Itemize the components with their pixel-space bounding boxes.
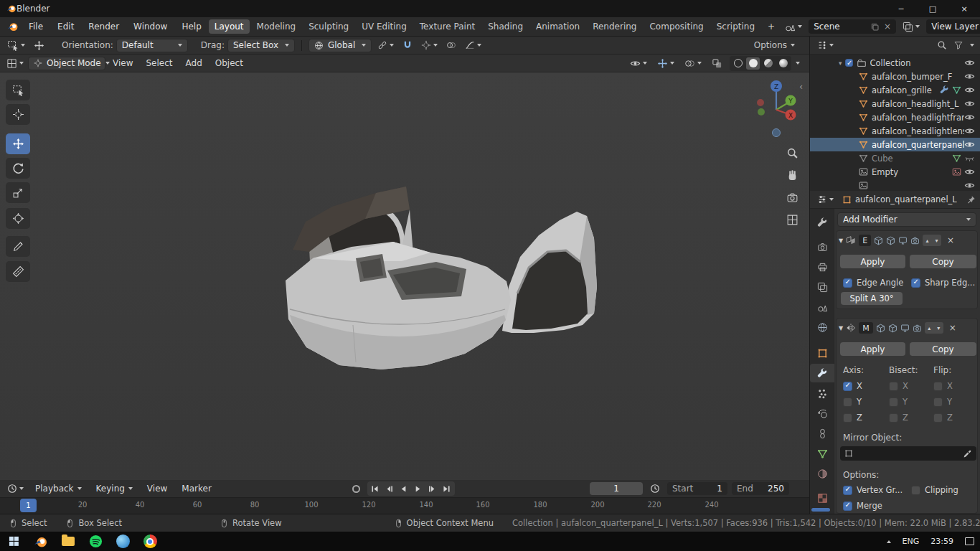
eye-icon[interactable] bbox=[964, 85, 975, 95]
taskbar-spotify-app[interactable] bbox=[82, 532, 109, 551]
frame-start-field[interactable]: Start 1 bbox=[667, 482, 727, 495]
playback-menu[interactable]: Playback bbox=[29, 484, 88, 494]
object-name[interactable]: aufalcon_bumper_F bbox=[872, 72, 964, 82]
outliner-item-row-selected[interactable]: aufalcon_quarterpanel_L bbox=[810, 138, 980, 151]
object-name[interactable]: aufalcon_headlight_L bbox=[872, 99, 964, 109]
expand-icon[interactable]: ▼ bbox=[839, 237, 843, 244]
language-indicator[interactable]: ENG bbox=[903, 537, 920, 546]
toggle-cage-icon[interactable] bbox=[874, 236, 883, 245]
outliner-collection-row[interactable]: ▾ Collection bbox=[810, 56, 980, 70]
workspace-tab-compositing[interactable]: Compositing bbox=[644, 19, 709, 34]
tab-view-layer[interactable] bbox=[810, 278, 834, 296]
eye-icon[interactable] bbox=[964, 112, 975, 123]
menu-add[interactable]: Add bbox=[180, 58, 208, 68]
mirror-modifier-header[interactable]: ▼ M ▴ ▾ × bbox=[839, 320, 975, 336]
scene-name-field[interactable]: Scene × bbox=[809, 19, 896, 34]
flip-z-checkbox[interactable] bbox=[933, 413, 943, 423]
shading-solid-button[interactable] bbox=[746, 57, 760, 70]
shading-material-button[interactable] bbox=[761, 57, 775, 70]
select-box-tool[interactable] bbox=[6, 80, 30, 100]
visibility-dropdown[interactable] bbox=[627, 58, 650, 69]
mode-dropdown[interactable]: Object Mode bbox=[28, 57, 105, 70]
menu-object[interactable]: Object bbox=[209, 58, 249, 68]
transform-pivot-button[interactable] bbox=[374, 40, 397, 50]
tab-physics[interactable] bbox=[810, 404, 834, 423]
add-modifier-dropdown[interactable]: Add Modifier bbox=[837, 212, 976, 227]
taskbar-edge-app[interactable] bbox=[109, 532, 136, 551]
workspace-tab-texture-paint[interactable]: Texture Paint bbox=[414, 19, 481, 34]
expand-icon[interactable]: ▼ bbox=[839, 325, 843, 331]
maximize-button[interactable]: □ bbox=[917, 0, 948, 17]
tab-object-data[interactable] bbox=[810, 444, 834, 463]
shading-dropdown-caret[interactable] bbox=[796, 62, 800, 65]
axis-x-checkbox[interactable] bbox=[843, 382, 852, 391]
app-menu-button[interactable] bbox=[4, 21, 22, 32]
outliner-item-row[interactable]: aufalcon_grille bbox=[810, 83, 980, 97]
collapse-region-handle[interactable]: ‹ bbox=[799, 81, 803, 92]
split-angle-slider[interactable]: Split A 30° bbox=[841, 292, 903, 305]
tray-expand-chevron[interactable] bbox=[887, 540, 891, 543]
toggle-editmode-icon[interactable] bbox=[888, 324, 897, 333]
start-button[interactable] bbox=[0, 532, 27, 551]
measure-tool[interactable] bbox=[6, 261, 30, 282]
proportional-falloff-button[interactable] bbox=[462, 40, 484, 50]
axis-x-option[interactable]: X bbox=[843, 381, 862, 391]
eye-icon[interactable] bbox=[964, 57, 975, 68]
annotate-tool[interactable] bbox=[6, 236, 30, 257]
editor-type-button[interactable] bbox=[4, 58, 27, 69]
workspace-tab-layout[interactable]: Layout bbox=[209, 19, 250, 34]
eye-icon[interactable] bbox=[964, 139, 975, 150]
search-icon[interactable] bbox=[937, 40, 947, 50]
tab-tool[interactable] bbox=[810, 213, 834, 232]
tab-scene[interactable] bbox=[810, 298, 834, 316]
axis-z-checkbox[interactable] bbox=[843, 413, 852, 423]
xray-toggle[interactable] bbox=[709, 58, 725, 69]
outliner-item-row-partial[interactable] bbox=[810, 179, 980, 191]
current-frame-field[interactable]: 1 bbox=[590, 482, 643, 495]
collection-name[interactable]: Collection bbox=[870, 58, 964, 68]
navigation-gizmo[interactable]: Z Y X bbox=[743, 77, 808, 141]
rotate-tool[interactable] bbox=[6, 158, 30, 179]
menu-edit[interactable]: Edit bbox=[50, 22, 81, 32]
eye-icon[interactable] bbox=[964, 126, 975, 136]
flip-y-checkbox[interactable] bbox=[933, 397, 943, 407]
menu-help[interactable]: Help bbox=[174, 22, 208, 32]
workspace-tab-uv-editing[interactable]: UV Editing bbox=[356, 19, 413, 34]
workspace-tab-animation[interactable]: Animation bbox=[530, 19, 585, 34]
playhead[interactable]: 1 bbox=[20, 499, 37, 512]
zoom-control[interactable] bbox=[786, 147, 798, 159]
timeline-marker-menu[interactable]: Marker bbox=[176, 484, 217, 494]
toggle-editmode-icon[interactable] bbox=[886, 236, 895, 245]
axis-y-option[interactable]: Y bbox=[843, 397, 862, 407]
object-name[interactable]: aufalcon_grille bbox=[872, 85, 940, 95]
eye-icon[interactable] bbox=[964, 166, 975, 177]
perspective-toggle[interactable] bbox=[786, 214, 798, 226]
transform-tool[interactable] bbox=[6, 208, 30, 229]
menu-select[interactable]: Select bbox=[140, 58, 178, 68]
taskbar-blender-app[interactable] bbox=[27, 532, 55, 551]
remove-modifier-button[interactable]: × bbox=[949, 323, 956, 333]
copy-button[interactable]: Copy bbox=[910, 255, 976, 268]
close-button[interactable]: × bbox=[948, 0, 980, 17]
object-name[interactable]: Cube bbox=[872, 154, 952, 164]
mirror-object-field[interactable] bbox=[840, 446, 976, 461]
scale-tool[interactable] bbox=[6, 182, 30, 203]
shading-rendered-button[interactable] bbox=[776, 57, 790, 70]
frame-end-field[interactable]: End 250 bbox=[732, 482, 789, 495]
outliner-item-row[interactable]: aufalcon_headlight_L bbox=[810, 97, 980, 110]
apply-button[interactable]: Apply bbox=[840, 342, 905, 356]
move-up-button[interactable]: ▴ bbox=[923, 235, 932, 246]
workspace-tab-rendering[interactable]: Rendering bbox=[587, 19, 642, 34]
jump-to-end-button[interactable] bbox=[440, 482, 454, 495]
active-tool-button[interactable] bbox=[4, 39, 28, 51]
tab-world[interactable] bbox=[810, 318, 834, 336]
toggle-realtime-icon[interactable] bbox=[898, 236, 908, 245]
outliner-editor-type-button[interactable] bbox=[814, 40, 837, 50]
clipping-checkbox[interactable] bbox=[911, 486, 920, 495]
drag-dropdown[interactable]: Select Box bbox=[227, 39, 295, 52]
toggle-realtime-icon[interactable] bbox=[900, 324, 910, 333]
next-keyframe-button[interactable] bbox=[425, 482, 440, 495]
disclosure-open-icon[interactable]: ▾ bbox=[839, 60, 842, 67]
tab-output[interactable] bbox=[810, 258, 834, 276]
jump-to-start-button[interactable] bbox=[368, 482, 382, 495]
